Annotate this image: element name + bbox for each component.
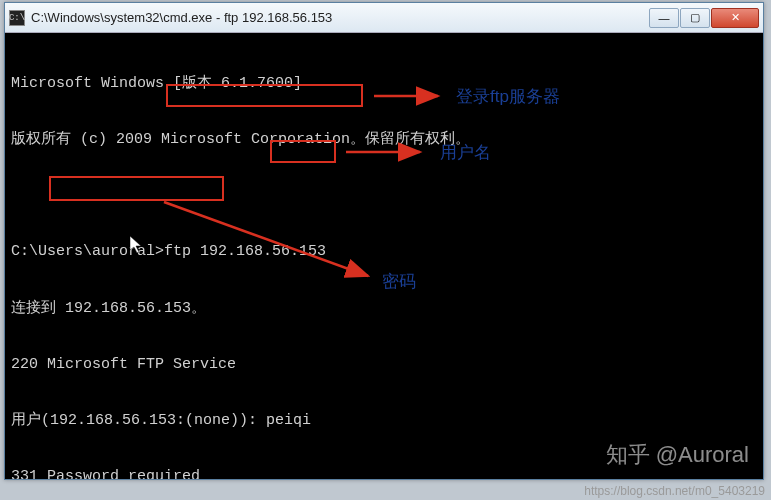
titlebar[interactable]: C:\ C:\Windows\system32\cmd.exe - ftp 19… — [5, 3, 763, 33]
minimize-button[interactable]: — — [649, 8, 679, 28]
close-button[interactable]: ✕ — [711, 8, 759, 28]
terminal-line: 用户(192.168.56.153:(none)): peiqi — [11, 412, 757, 431]
terminal-line — [11, 187, 757, 206]
watermark-csdn: https://blog.csdn.net/m0_5403219 — [584, 484, 765, 498]
cmd-window: C:\ C:\Windows\system32\cmd.exe - ftp 19… — [4, 2, 764, 480]
annotation-login: 登录ftp服务器 — [456, 85, 560, 108]
terminal-line: 220 Microsoft FTP Service — [11, 356, 757, 375]
window-controls: — ▢ ✕ — [649, 8, 759, 28]
watermark-zhihu: 知乎 @Auroral — [606, 440, 749, 470]
terminal-line: 版权所有 (c) 2009 Microsoft Corporation。保留所有… — [11, 131, 757, 150]
cmd-icon: C:\ — [9, 10, 25, 26]
annotation-password: 密码 — [382, 270, 416, 293]
maximize-button[interactable]: ▢ — [680, 8, 710, 28]
terminal-line: 连接到 192.168.56.153。 — [11, 300, 757, 319]
annotation-username: 用户名 — [440, 141, 491, 164]
terminal-area[interactable]: Microsoft Windows [版本 6.1.7600] 版权所有 (c)… — [5, 33, 763, 479]
window-title: C:\Windows\system32\cmd.exe - ftp 192.16… — [31, 10, 649, 25]
terminal-prompt-line: C:\Users\auroral>ftp 192.168.56.153 — [11, 243, 757, 262]
terminal-line: Microsoft Windows [版本 6.1.7600] — [11, 75, 757, 94]
